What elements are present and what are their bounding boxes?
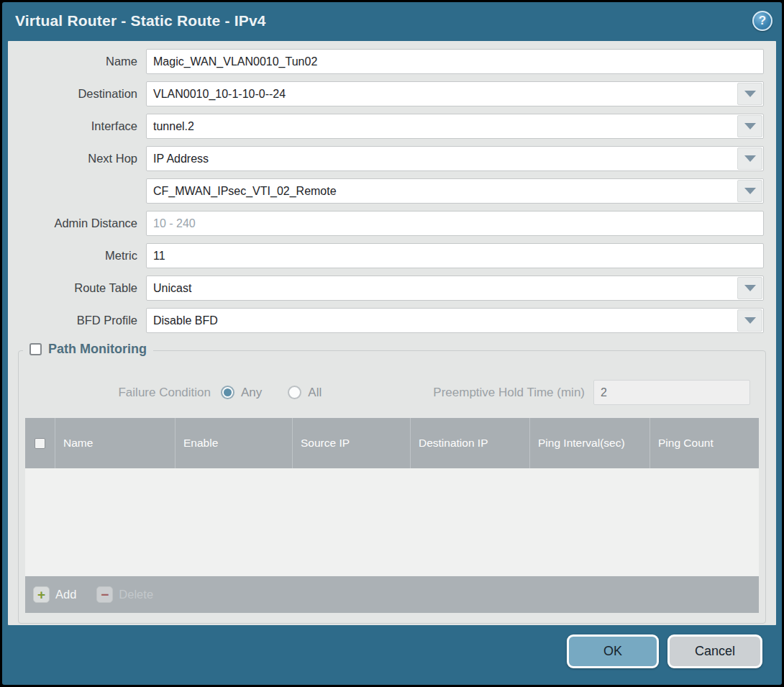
bfd-profile-field xyxy=(146,308,764,333)
plus-icon: + xyxy=(33,586,50,603)
failure-condition-label: Failure Condition xyxy=(25,386,221,400)
route-table-row: Route Table xyxy=(8,276,776,301)
name-field xyxy=(146,49,764,74)
admin-distance-label: Admin Distance xyxy=(8,217,146,230)
name-label: Name xyxy=(8,55,146,68)
preemptive-hold-time-input[interactable] xyxy=(593,380,750,405)
next-hop-row: Next Hop xyxy=(8,146,776,171)
metric-row: Metric xyxy=(8,243,776,268)
delete-button[interactable]: − Delete xyxy=(96,586,153,603)
add-button[interactable]: + Add xyxy=(33,586,76,603)
name-input[interactable] xyxy=(146,49,764,74)
column-header-source-ip: Source IP xyxy=(293,418,411,468)
next-hop-label: Next Hop xyxy=(8,152,146,165)
chevron-down-icon xyxy=(744,123,756,129)
table-header-checkbox-cell xyxy=(25,418,55,468)
add-button-label: Add xyxy=(55,588,76,601)
path-monitoring-title: Path Monitoring xyxy=(48,342,147,357)
destination-dropdown-button[interactable] xyxy=(737,83,762,105)
interface-dropdown-button[interactable] xyxy=(737,115,762,137)
next-hop-address-row xyxy=(8,178,776,204)
footer-buttons: OK Cancel xyxy=(567,634,762,668)
table-body-empty xyxy=(25,468,759,576)
metric-input[interactable] xyxy=(146,243,764,268)
interface-field xyxy=(146,114,764,139)
dialog-footer: OK Cancel xyxy=(2,625,782,685)
interface-row: Interface xyxy=(8,114,776,139)
failure-condition-any-option[interactable]: Any xyxy=(221,386,262,400)
static-route-dialog: Virtual Router - Static Route - IPv4 ? N… xyxy=(2,2,782,685)
path-monitoring-legend: Path Monitoring xyxy=(23,342,153,357)
bfd-profile-row: BFD Profile xyxy=(8,308,776,333)
bfd-profile-input[interactable] xyxy=(146,308,764,333)
chevron-down-icon xyxy=(744,188,756,194)
route-table-dropdown-button[interactable] xyxy=(737,277,762,299)
next-hop-address-dropdown-button[interactable] xyxy=(737,180,762,202)
path-monitoring-checkbox[interactable] xyxy=(29,343,42,355)
bfd-profile-label: BFD Profile xyxy=(8,314,146,327)
destination-field xyxy=(146,81,764,106)
bfd-profile-dropdown-button[interactable] xyxy=(737,309,762,332)
next-hop-type-input[interactable] xyxy=(146,146,764,171)
chevron-down-icon xyxy=(744,317,756,324)
help-icon[interactable]: ? xyxy=(752,11,772,31)
route-table-input[interactable] xyxy=(146,276,764,301)
next-hop-dropdown-button[interactable] xyxy=(737,147,762,170)
failure-condition-all-option[interactable]: All xyxy=(288,386,322,400)
route-table-label: Route Table xyxy=(8,281,146,295)
chevron-down-icon xyxy=(744,155,756,162)
failure-condition-row: Failure Condition Any All Preemptive Hol… xyxy=(25,380,759,405)
help-glyph: ? xyxy=(759,14,766,28)
dialog-content: Name Destination Interface xyxy=(8,41,776,625)
metric-label: Metric xyxy=(8,249,146,263)
ok-button[interactable]: OK xyxy=(567,634,659,668)
minus-icon: − xyxy=(96,586,113,603)
destination-row: Destination xyxy=(8,81,776,106)
failure-condition-any-label: Any xyxy=(241,386,262,400)
next-hop-address-input[interactable] xyxy=(146,178,764,204)
column-header-name: Name xyxy=(55,418,176,468)
route-table-field xyxy=(146,276,764,301)
chevron-down-icon xyxy=(744,285,756,291)
chevron-down-icon xyxy=(744,91,756,97)
column-header-enable: Enable xyxy=(176,418,293,468)
table-header: Name Enable Source IP Destination IP Pin… xyxy=(25,418,759,468)
failure-condition-all-label: All xyxy=(308,386,322,400)
destination-input[interactable] xyxy=(146,81,764,106)
preemptive-hold-time-label: Preemptive Hold Time (min) xyxy=(433,386,593,400)
admin-distance-input[interactable] xyxy=(146,211,764,236)
next-hop-address-field xyxy=(146,178,764,204)
name-row: Name xyxy=(8,49,776,74)
metric-field xyxy=(146,243,764,268)
table-footer: + Add − Delete xyxy=(25,576,759,613)
column-header-ping-count: Ping Count xyxy=(650,418,759,468)
dialog-title: Virtual Router - Static Route - IPv4 xyxy=(15,12,266,29)
delete-button-label: Delete xyxy=(119,588,153,601)
column-header-destination-ip: Destination IP xyxy=(411,418,530,468)
radio-unselected-icon xyxy=(288,386,301,399)
path-monitoring-table: Name Enable Source IP Destination IP Pin… xyxy=(25,418,759,613)
cancel-button[interactable]: Cancel xyxy=(667,634,762,668)
column-header-ping-interval: Ping Interval(sec) xyxy=(530,418,650,468)
next-hop-field xyxy=(146,146,764,171)
destination-label: Destination xyxy=(8,87,146,101)
radio-selected-icon xyxy=(221,386,234,399)
admin-distance-field xyxy=(146,211,764,236)
path-monitoring-section: Path Monitoring Failure Condition Any Al… xyxy=(18,350,766,624)
admin-distance-row: Admin Distance xyxy=(8,211,776,236)
select-all-checkbox[interactable] xyxy=(35,438,45,449)
dialog-titlebar: Virtual Router - Static Route - IPv4 xyxy=(2,2,782,40)
interface-input[interactable] xyxy=(146,114,764,139)
interface-label: Interface xyxy=(8,119,146,133)
